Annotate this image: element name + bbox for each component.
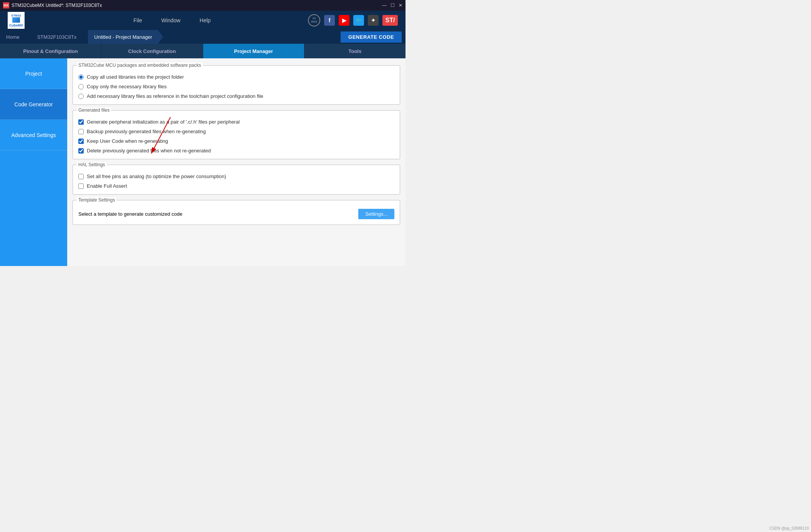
breadcrumb-project-manager[interactable]: Untitled - Project Manager (88, 30, 158, 44)
menubar: STM32 CubeMX File Window Help 10ANS f ▶ … (0, 11, 406, 30)
breadcrumb-bar: Home STM32F103C8Tx Untitled - Project Ma… (0, 30, 406, 44)
app-logo: STM32 CubeMX (8, 12, 25, 29)
check-backup[interactable]: Backup previously generated files when r… (78, 129, 394, 134)
breadcrumb-arrow (26, 30, 31, 44)
st-brand: ST/ (382, 15, 398, 26)
maximize-button[interactable]: ☐ (391, 3, 395, 8)
menu-file[interactable]: File (133, 17, 142, 23)
check-delete-previously-input[interactable] (78, 148, 84, 154)
check-delete-previously[interactable]: Delete previously generated files when n… (78, 148, 394, 154)
check-free-pins-input[interactable] (78, 174, 84, 179)
app-icon: MX (3, 2, 9, 8)
check-full-assert-input[interactable] (78, 183, 84, 189)
check-free-pins[interactable]: Set all free pins as analog (to optimize… (78, 173, 394, 179)
settings-button[interactable]: Settings... (358, 209, 394, 219)
content-panel: STM32Cube MCU packages and embedded soft… (67, 58, 406, 266)
tab-project-manager[interactable]: Project Manager (203, 44, 305, 58)
version-badge: 10ANS (308, 14, 320, 26)
mcu-packages-section: STM32Cube MCU packages and embedded soft… (73, 65, 400, 105)
check-keep-user-code[interactable]: Keep User Code when re-generating (78, 138, 394, 144)
template-row: Select a template to generate customized… (78, 209, 394, 219)
generated-files-section: Generated files Generate peripheral init… (73, 110, 400, 159)
menu-window[interactable]: Window (161, 17, 180, 23)
radio-add-reference[interactable]: Add necessary library files as reference… (78, 93, 394, 99)
check-peripheral-init-input[interactable] (78, 119, 84, 125)
hal-settings-section: HAL Settings Set all free pins as analog… (73, 165, 400, 195)
titlebar-title: STM32CubeMX Untitled*: STM32F103C8Tx (12, 3, 382, 8)
twitter-icon[interactable]: 🐦 (353, 15, 364, 26)
template-settings-section: Template Settings Select a template to g… (73, 200, 400, 225)
radio-add-reference-input[interactable] (78, 94, 84, 99)
youtube-icon[interactable]: ▶ (339, 15, 349, 26)
generated-files-options: Generate peripheral initialization as a … (78, 119, 394, 154)
menu-items: File Window Help (36, 17, 308, 23)
radio-copy-necessary-input[interactable] (78, 84, 84, 89)
radio-copy-necessary[interactable]: Copy only the necessary library files (78, 84, 394, 89)
check-backup-input[interactable] (78, 129, 84, 134)
breadcrumb-arrow3 (158, 30, 163, 44)
hal-settings-title: HAL Settings (77, 162, 107, 167)
check-keep-user-code-input[interactable] (78, 139, 84, 144)
generated-files-title: Generated files (77, 107, 111, 113)
breadcrumb-mcu[interactable]: STM32F103C8Tx (31, 30, 83, 44)
sidebar: Project Code Generator Advanced Settings (0, 58, 67, 266)
check-full-assert[interactable]: Enable Full Assert (78, 183, 394, 189)
tab-pinout[interactable]: Pinout & Configuration (0, 44, 101, 58)
sidebar-item-project[interactable]: Project (0, 58, 67, 89)
breadcrumb-home[interactable]: Home (0, 30, 26, 44)
tabbar: Pinout & Configuration Clock Configurati… (0, 44, 406, 58)
main-area: Project Code Generator Advanced Settings… (0, 58, 406, 266)
facebook-icon[interactable]: f (324, 15, 335, 26)
tab-tools[interactable]: Tools (305, 44, 406, 58)
radio-copy-all-input[interactable] (78, 74, 84, 80)
hal-settings-options: Set all free pins as analog (to optimize… (78, 173, 394, 189)
titlebar: MX STM32CubeMX Untitled*: STM32F103C8Tx … (0, 0, 406, 11)
check-peripheral-init[interactable]: Generate peripheral initialization as a … (78, 119, 394, 125)
menu-help[interactable]: Help (200, 17, 211, 23)
sidebar-item-advanced-settings[interactable]: Advanced Settings (0, 120, 67, 150)
mcu-packages-title: STM32Cube MCU packages and embedded soft… (77, 63, 203, 68)
minimize-button[interactable]: — (382, 3, 387, 8)
sidebar-item-code-generator[interactable]: Code Generator (0, 89, 67, 120)
tab-clock[interactable]: Clock Configuration (101, 44, 203, 58)
mcu-packages-options: Copy all used libraries into the project… (78, 74, 394, 99)
breadcrumb-arrow2 (83, 30, 88, 44)
close-button[interactable]: ✕ (399, 3, 402, 8)
radio-copy-all[interactable]: Copy all used libraries into the project… (78, 74, 394, 80)
template-label: Select a template to generate customized… (78, 211, 182, 217)
menubar-right: 10ANS f ▶ 🐦 ✦ ST/ (308, 14, 398, 26)
network-icon[interactable]: ✦ (368, 15, 379, 26)
generate-code-button[interactable]: GENERATE CODE (341, 31, 402, 43)
template-settings-title: Template Settings (77, 197, 116, 203)
titlebar-controls: — ☐ ✕ (382, 3, 402, 8)
